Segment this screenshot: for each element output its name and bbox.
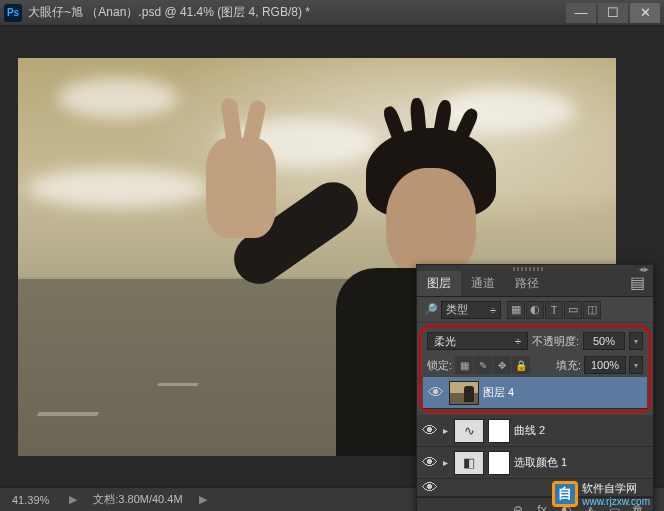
window-controls: — ☐ ✕ [566,3,660,23]
watermark-text: 软件自学网 [582,481,650,496]
layer-thumbnail[interactable] [449,381,479,405]
filter-text-icon[interactable]: T [545,301,563,319]
filter-type-buttons: ▦ ◐ T ▭ ◫ [507,301,601,319]
panel-tabs: 图层 通道 路径 ▤ [417,273,653,297]
app-icon: Ps [4,4,22,22]
document-title: 大眼仔~旭 （Anan）.psd @ 41.4% (图层 4, RGB/8) * [28,4,566,21]
layer-item[interactable]: 👁 ▸ ∿ 曲线 2 [417,415,653,447]
blend-mode-value: 柔光 [434,334,456,349]
layer-item[interactable]: 👁 ▸ ◧ 选取颜色 1 [417,447,653,479]
layer-name-label[interactable]: 曲线 2 [514,423,545,438]
visibility-eye-icon[interactable]: 👁 [421,454,439,472]
blend-row: 柔光 ÷ 不透明度: 50% ▾ [423,329,647,353]
layer-name-label[interactable]: 选取颜色 1 [514,455,567,470]
layer-item[interactable]: 👁 图层 4 [423,377,647,409]
watermark: 自 软件自学网 www.rjzxw.com [552,481,650,507]
filter-kind-select[interactable]: 类型 ÷ [441,301,501,319]
lock-position-icon[interactable]: ✥ [493,356,511,374]
filter-shape-icon[interactable]: ▭ [564,301,582,319]
maximize-button[interactable]: ☐ [598,3,628,23]
fx-icon[interactable]: fx [531,501,553,512]
watermark-logo-icon: 自 [552,481,578,507]
minimize-button[interactable]: — [566,3,596,23]
layers-panel: ◂▸ 图层 通道 路径 ▤ 🔎 类型 ÷ ▦ ◐ T ▭ ◫ 柔光 ÷ 不透明度… [416,264,654,511]
layer-thumbnail[interactable]: ∿ [454,419,484,443]
fill-label: 填充: [556,358,581,373]
layer-mask-thumbnail[interactable] [488,451,510,475]
visibility-eye-icon[interactable]: 👁 [421,479,439,497]
zoom-level[interactable]: 41.39% [0,494,61,506]
doc-info-arrow-icon[interactable]: ▶ [191,493,215,506]
zoom-arrow-icon[interactable]: ▶ [61,493,85,506]
fill-input[interactable]: 100% [584,356,626,374]
opacity-label: 不透明度: [532,334,579,349]
filter-pixel-icon[interactable]: ▦ [507,301,525,319]
chevron-down-icon: ÷ [490,304,496,316]
watermark-url: www.rjzxw.com [582,496,650,507]
layer-list: 👁 图层 4 [423,377,647,409]
layer-mask-thumbnail[interactable] [488,419,510,443]
filter-adjust-icon[interactable]: ◐ [526,301,544,319]
expand-arrow-icon[interactable]: ▸ [443,457,448,468]
document-info: 文档:3.80M/40.4M [85,492,190,507]
layer-thumbnail[interactable]: ◧ [454,451,484,475]
tab-layers[interactable]: 图层 [417,271,461,296]
link-layers-icon[interactable]: ⊖ [507,501,529,512]
lock-row: 锁定: ▦ ✎ ✥ 🔒 填充: 100% ▾ [423,353,647,377]
opacity-arrow-icon[interactable]: ▾ [629,332,643,350]
chevron-down-icon: ÷ [515,335,521,347]
visibility-eye-icon[interactable]: 👁 [427,384,445,402]
layer-filter-row: 🔎 类型 ÷ ▦ ◐ T ▭ ◫ [417,297,653,323]
panel-menu-icon[interactable]: ▤ [622,269,653,296]
fill-arrow-icon[interactable]: ▾ [629,356,643,374]
expand-arrow-icon[interactable]: ▸ [443,425,448,436]
lock-label: 锁定: [427,358,452,373]
lock-all-icon[interactable]: 🔒 [512,356,530,374]
visibility-eye-icon[interactable]: 👁 [421,422,439,440]
close-button[interactable]: ✕ [630,3,660,23]
lock-pixels-icon[interactable]: ✎ [474,356,492,374]
layer-name-label[interactable]: 图层 4 [483,385,514,400]
filter-kind-label: 类型 [446,302,468,317]
blend-mode-select[interactable]: 柔光 ÷ [427,332,528,350]
highlight-annotation: 柔光 ÷ 不透明度: 50% ▾ 锁定: ▦ ✎ ✥ 🔒 填充: 100% ▾ … [419,325,651,413]
opacity-input[interactable]: 50% [583,332,625,350]
tab-paths[interactable]: 路径 [505,271,549,296]
filter-search-icon[interactable]: 🔎 [423,302,439,318]
tab-channels[interactable]: 通道 [461,271,505,296]
lock-buttons: ▦ ✎ ✥ 🔒 [455,356,530,374]
titlebar: Ps 大眼仔~旭 （Anan）.psd @ 41.4% (图层 4, RGB/8… [0,0,664,26]
lock-transparent-icon[interactable]: ▦ [455,356,473,374]
filter-smart-icon[interactable]: ◫ [583,301,601,319]
